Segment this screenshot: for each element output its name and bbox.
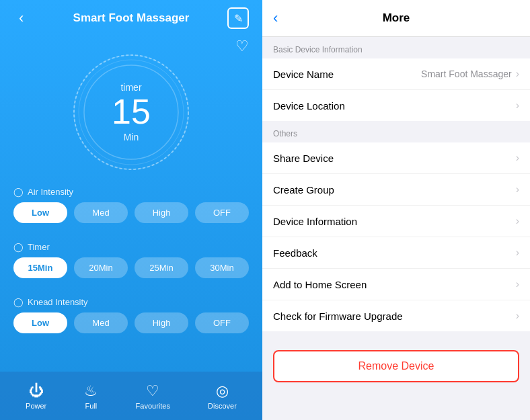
right-header: ‹ More: [262, 0, 530, 37]
create-group-item[interactable]: Create Group ›: [262, 174, 530, 206]
device-name-item[interactable]: Device Name Smart Foot Massager ›: [262, 58, 530, 90]
right-panel: ‹ More Basic Device Information Device N…: [262, 0, 530, 420]
add-to-home-screen-item[interactable]: Add to Home Screen ›: [262, 269, 530, 300]
chevron-group: ›: [516, 183, 519, 196]
timer-section: ◯ Timer 15Min 20Min 25Min 30Min: [13, 242, 249, 286]
edit-button[interactable]: ✎: [227, 7, 249, 29]
add-to-home-label: Add to Home Screen: [273, 279, 367, 290]
full-icon: ♨: [84, 382, 98, 400]
air-btn-off[interactable]: OFF: [195, 202, 249, 223]
firmware-upgrade-label: Check for Firmware Upgrade: [273, 310, 403, 322]
chevron-icon-location: ›: [516, 99, 519, 112]
knead-intensity-label: Knead Intensity: [28, 297, 88, 307]
create-group-label: Create Group: [273, 184, 334, 196]
basic-section-header: Basic Device Information: [262, 37, 530, 58]
nav-power-label: Power: [26, 402, 46, 410]
right-panel-title: More: [383, 11, 410, 25]
timer-label: timer: [120, 82, 141, 93]
timer-row-label: Timer: [28, 242, 50, 252]
chevron-firmware: ›: [516, 310, 519, 322]
air-btn-low[interactable]: Low: [13, 202, 67, 223]
air-btn-med[interactable]: Med: [74, 202, 128, 223]
remove-device-button[interactable]: Remove Device: [273, 350, 519, 382]
timer-circle: timer 15 Min: [67, 48, 195, 176]
air-intensity-label-row: ◯ Air Intensity: [13, 187, 249, 197]
edit-icon: ✎: [234, 12, 243, 25]
timer-icon: ◯: [13, 242, 24, 252]
chevron-info: ›: [516, 215, 519, 227]
chevron-home: ›: [516, 278, 519, 290]
left-panel: ‹ Smart Foot Massager ✎ ♡ timer 15 Min ◯…: [0, 0, 262, 420]
timer-btn-20[interactable]: 20Min: [74, 257, 128, 278]
remove-section: Remove Device: [262, 337, 530, 396]
feedback-label: Feedback: [273, 247, 317, 259]
device-name-label: Device Name: [273, 69, 334, 80]
air-intensity-buttons: Low Med High OFF: [13, 202, 249, 223]
knead-btn-low[interactable]: Low: [13, 312, 67, 333]
bottom-nav: ⏻ Power ♨ Full ♡ Favourites ◎ Discover: [0, 372, 262, 420]
nav-full[interactable]: ♨ Full: [84, 382, 98, 410]
timer-btn-15[interactable]: 15Min: [13, 257, 67, 278]
timer-buttons: 15Min 20Min 25Min 30Min: [13, 257, 249, 278]
favorite-icon[interactable]: ♡: [235, 38, 249, 55]
air-intensity-section: ◯ Air Intensity Low Med High OFF: [13, 187, 249, 231]
knead-icon: ◯: [13, 297, 24, 307]
firmware-upgrade-item[interactable]: Check for Firmware Upgrade ›: [262, 300, 530, 331]
nav-power[interactable]: ⏻ Power: [26, 382, 46, 410]
device-name-value: Smart Foot Massager: [421, 69, 512, 79]
others-section-header: Others: [262, 121, 530, 142]
device-location-item[interactable]: Device Location ›: [262, 90, 530, 121]
timer-label-row: ◯ Timer: [13, 242, 249, 252]
others-list: Share Device › Create Group › Device Inf…: [262, 142, 530, 331]
nav-favourites-label: Favourites: [136, 402, 170, 410]
air-intensity-label: Air Intensity: [28, 187, 73, 197]
knead-btn-med[interactable]: Med: [74, 312, 128, 333]
timer-unit: Min: [124, 132, 139, 142]
nav-discover-label: Discover: [208, 402, 237, 410]
timer-value: 15: [112, 93, 151, 131]
chevron-icon: ›: [516, 68, 519, 80]
timer-btn-30[interactable]: 30Min: [195, 257, 249, 278]
left-panel-title: Smart Foot Massager: [73, 11, 190, 25]
favourites-icon: ♡: [146, 382, 159, 400]
timer-display: timer 15 Min: [112, 82, 151, 142]
left-header: ‹ Smart Foot Massager ✎: [13, 0, 249, 35]
device-name-right: Smart Foot Massager ›: [421, 68, 519, 80]
knead-btn-off[interactable]: OFF: [195, 312, 249, 333]
nav-favourites[interactable]: ♡ Favourites: [136, 382, 170, 410]
share-device-label: Share Device: [273, 153, 334, 164]
knead-intensity-label-row: ◯ Knead Intensity: [13, 297, 249, 307]
share-device-item[interactable]: Share Device ›: [262, 142, 530, 174]
nav-discover[interactable]: ◎ Discover: [208, 382, 237, 410]
nav-full-label: Full: [85, 402, 98, 410]
air-btn-high[interactable]: High: [135, 202, 188, 223]
knead-btn-high[interactable]: High: [135, 312, 188, 333]
basic-info-list: Device Name Smart Foot Massager › Device…: [262, 58, 530, 121]
discover-icon: ◎: [216, 382, 229, 400]
device-location-label: Device Location: [273, 100, 345, 112]
power-icon: ⏻: [29, 382, 44, 400]
timer-btn-25[interactable]: 25Min: [135, 257, 188, 278]
back-button-right[interactable]: ‹: [273, 8, 283, 28]
device-information-label: Device Information: [273, 216, 357, 227]
device-location-right: ›: [516, 99, 519, 112]
chevron-share: ›: [516, 152, 519, 164]
chevron-feedback: ›: [516, 247, 519, 259]
device-information-item[interactable]: Device Information ›: [262, 206, 530, 237]
back-button-left[interactable]: ‹: [13, 7, 29, 30]
feedback-item[interactable]: Feedback ›: [262, 237, 530, 269]
air-icon: ◯: [13, 187, 24, 197]
knead-intensity-buttons: Low Med High OFF: [13, 312, 249, 333]
knead-intensity-section: ◯ Knead Intensity Low Med High OFF: [13, 297, 249, 341]
